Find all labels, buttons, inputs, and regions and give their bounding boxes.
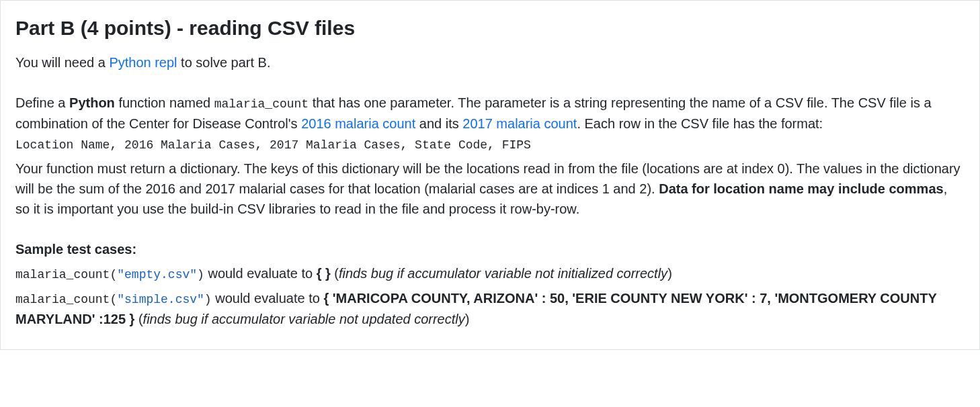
python-repl-link[interactable]: Python repl: [109, 55, 177, 70]
note-post: ): [667, 266, 672, 281]
call-pre: malaria_count(: [15, 268, 117, 281]
link-2016-malaria[interactable]: 2016 malaria count: [301, 116, 415, 131]
note-post: ): [465, 312, 470, 326]
func-name-code: malaria_count: [214, 97, 309, 111]
mid-text: would evaluate to: [204, 266, 317, 281]
sample-1-code: malaria_count("empty.csv"): [15, 268, 204, 281]
csv-format-code: Location Name, 2016 Malaria Cases, 2017 …: [15, 136, 965, 154]
text-1: Define a: [15, 95, 69, 110]
sample-case-2: malaria_count("simple.csv") would evalua…: [15, 288, 965, 329]
python-bold: Python: [69, 95, 115, 110]
string-arg: "empty.csv": [117, 268, 197, 281]
main-paragraph: Define a Python function named malaria_c…: [15, 93, 965, 219]
commas-warning-bold: Data for location name may include comma…: [659, 181, 943, 196]
sample-test-cases-heading: Sample test cases:: [15, 239, 965, 259]
note-italic: finds bug if accumulator variable not up…: [143, 312, 465, 326]
call-post: ): [197, 268, 204, 281]
link-2017-malaria[interactable]: 2017 malaria count: [462, 116, 577, 131]
intro-paragraph: You will need a Python repl to solve par…: [15, 52, 965, 73]
call-post: ): [204, 293, 212, 306]
mid-text: would evaluate to: [212, 291, 324, 306]
text-5: . Each row in the CSV file has the forma…: [577, 116, 823, 131]
call-pre: malaria_count(: [15, 293, 117, 306]
result-bold: { }: [317, 266, 331, 281]
sample-2-code: malaria_count("simple.csv"): [15, 293, 212, 306]
text-4: and its: [415, 116, 462, 131]
text-2: function named: [115, 95, 214, 110]
note-pre: (: [134, 312, 142, 326]
intro-text-post: to solve part B.: [177, 55, 271, 70]
intro-text-pre: You will need a: [15, 55, 109, 70]
note-italic: finds bug if accumulator variable not in…: [339, 266, 667, 281]
part-heading: Part B (4 points) - reading CSV files: [15, 13, 965, 43]
sample-case-1: malaria_count("empty.csv") would evaluat…: [15, 263, 965, 284]
note-pre: (: [331, 266, 339, 281]
string-arg: "simple.csv": [117, 293, 204, 306]
